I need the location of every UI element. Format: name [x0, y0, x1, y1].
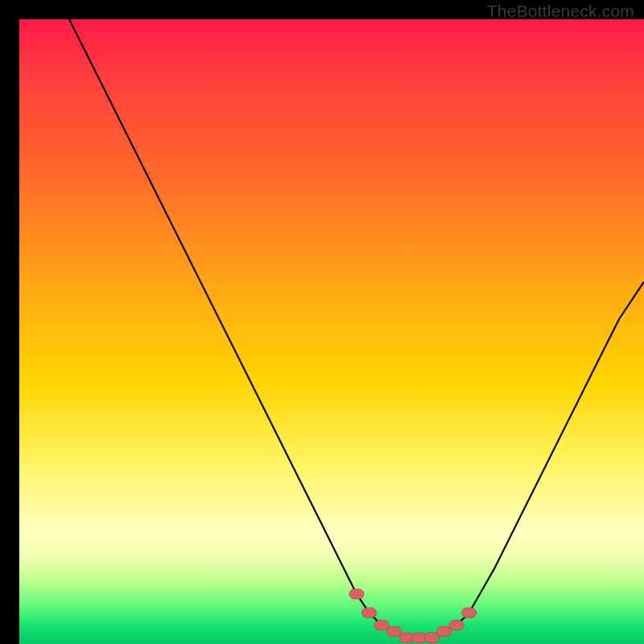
- watermark-label: TheBottleneck.com: [487, 2, 634, 21]
- plot-area: [19, 19, 644, 644]
- heat-gradient-background: [19, 19, 644, 644]
- plot-frame: [10, 10, 634, 634]
